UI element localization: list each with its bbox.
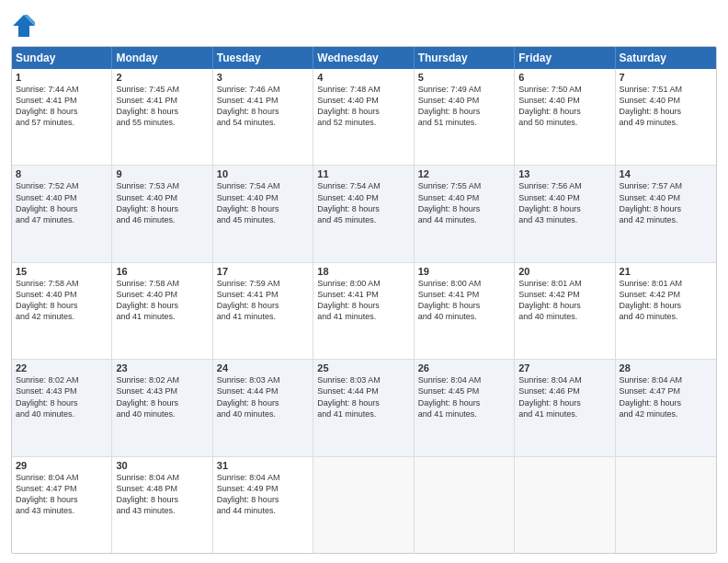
day-number: 7 (620, 72, 712, 83)
cell-line: Sunrise: 7:52 AM (16, 180, 108, 191)
cell-line: Daylight: 8 hours (16, 106, 108, 117)
day-number: 25 (317, 362, 409, 373)
cell-line: and 40 minutes. (418, 311, 510, 322)
day-number: 20 (518, 266, 610, 277)
calendar-cell: 26Sunrise: 8:04 AMSunset: 4:45 PMDayligh… (415, 360, 515, 455)
calendar-cell: 16Sunrise: 7:58 AMSunset: 4:40 PMDayligh… (112, 263, 212, 359)
cell-line: Daylight: 8 hours (116, 203, 208, 214)
cell-line: and 46 minutes. (116, 214, 208, 225)
calendar-cell (515, 457, 615, 553)
cell-line: and 43 minutes. (116, 505, 208, 516)
cell-line: Sunset: 4:43 PM (116, 385, 208, 396)
cell-line: Sunset: 4:45 PM (418, 385, 510, 396)
calendar-cell: 10Sunrise: 7:54 AMSunset: 4:40 PMDayligh… (213, 166, 313, 261)
header (11, 9, 717, 39)
calendar-cell: 30Sunrise: 8:04 AMSunset: 4:48 PMDayligh… (112, 457, 212, 553)
calendar-cell (415, 457, 515, 553)
cell-line: Sunrise: 8:01 AM (620, 278, 712, 289)
cell-line: and 43 minutes. (518, 214, 610, 225)
calendar-cell: 4Sunrise: 7:48 AMSunset: 4:40 PMDaylight… (313, 69, 414, 165)
cell-line: and 55 minutes. (116, 117, 208, 128)
cell-line: Sunset: 4:41 PM (317, 289, 409, 300)
cell-line: Daylight: 8 hours (317, 300, 409, 311)
calendar-cell: 6Sunrise: 7:50 AMSunset: 4:40 PMDaylight… (515, 69, 615, 165)
day-number: 22 (16, 362, 108, 373)
cell-line: Sunrise: 7:45 AM (116, 84, 208, 95)
cell-line: and 47 minutes. (16, 214, 108, 225)
cell-line: Sunset: 4:40 PM (116, 289, 208, 300)
cell-line: Sunrise: 7:54 AM (317, 180, 409, 191)
cell-line: Sunrise: 7:58 AM (16, 278, 108, 289)
cell-line: Daylight: 8 hours (518, 106, 610, 117)
cell-line: Sunrise: 7:56 AM (518, 180, 610, 191)
calendar-cell: 11Sunrise: 7:54 AMSunset: 4:40 PMDayligh… (313, 166, 414, 261)
cell-line: Sunset: 4:40 PM (518, 95, 610, 106)
cell-line: Daylight: 8 hours (620, 397, 712, 408)
day-number: 3 (217, 72, 309, 83)
cell-line: Sunrise: 8:04 AM (16, 472, 108, 483)
cell-line: Daylight: 8 hours (317, 203, 409, 214)
calendar-cell: 2Sunrise: 7:45 AMSunset: 4:41 PMDaylight… (112, 69, 212, 165)
cell-line: and 40 minutes. (620, 311, 712, 322)
cell-line: and 40 minutes. (16, 408, 108, 419)
day-number: 4 (317, 72, 409, 83)
calendar-cell: 25Sunrise: 8:03 AMSunset: 4:44 PMDayligh… (313, 360, 414, 455)
cell-line: Sunrise: 7:54 AM (217, 180, 309, 191)
calendar-cell: 22Sunrise: 8:02 AMSunset: 4:43 PMDayligh… (12, 360, 112, 455)
cell-line: Sunrise: 7:49 AM (418, 84, 510, 95)
cell-line: Sunrise: 8:04 AM (217, 472, 309, 483)
cell-line: and 41 minutes. (518, 408, 610, 419)
header-day: Friday (515, 47, 615, 69)
cell-line: and 42 minutes. (620, 408, 712, 419)
cell-line: and 41 minutes. (418, 408, 510, 419)
cell-line: Sunrise: 8:04 AM (116, 472, 208, 483)
calendar-cell: 24Sunrise: 8:03 AMSunset: 4:44 PMDayligh… (213, 360, 313, 455)
cell-line: Sunset: 4:40 PM (317, 95, 409, 106)
day-number: 13 (518, 168, 610, 179)
cell-line: Sunrise: 7:55 AM (418, 180, 510, 191)
day-number: 29 (16, 460, 108, 471)
calendar-cell: 17Sunrise: 7:59 AMSunset: 4:41 PMDayligh… (213, 263, 313, 359)
day-number: 30 (116, 460, 208, 471)
calendar-cell: 28Sunrise: 8:04 AMSunset: 4:47 PMDayligh… (616, 360, 716, 455)
day-number: 27 (518, 362, 610, 373)
calendar-cell: 13Sunrise: 7:56 AMSunset: 4:40 PMDayligh… (515, 166, 615, 261)
calendar-row: 8Sunrise: 7:52 AMSunset: 4:40 PMDaylight… (12, 166, 716, 262)
cell-line: Sunrise: 7:44 AM (16, 84, 108, 95)
cell-line: Sunrise: 8:02 AM (16, 374, 108, 385)
cell-line: Sunrise: 8:04 AM (518, 374, 610, 385)
cell-line: Sunrise: 7:50 AM (518, 84, 610, 95)
cell-line: Sunrise: 8:04 AM (418, 374, 510, 385)
day-number: 28 (620, 362, 712, 373)
cell-line: Sunset: 4:41 PM (116, 95, 208, 106)
header-day: Wednesday (313, 47, 414, 69)
cell-line: Sunset: 4:40 PM (16, 289, 108, 300)
cell-line: Daylight: 8 hours (620, 203, 712, 214)
header-day: Tuesday (213, 47, 313, 69)
cell-line: Sunset: 4:40 PM (418, 192, 510, 203)
cell-line: Sunset: 4:40 PM (418, 95, 510, 106)
cell-line: and 42 minutes. (620, 214, 712, 225)
cell-line: Sunrise: 8:00 AM (317, 278, 409, 289)
cell-line: Sunset: 4:47 PM (16, 483, 108, 494)
cell-line: Daylight: 8 hours (16, 300, 108, 311)
calendar-cell: 20Sunrise: 8:01 AMSunset: 4:42 PMDayligh… (515, 263, 615, 359)
cell-line: Sunset: 4:44 PM (317, 385, 409, 396)
day-number: 5 (418, 72, 510, 83)
cell-line: Sunrise: 7:53 AM (116, 180, 208, 191)
calendar-cell: 1Sunrise: 7:44 AMSunset: 4:41 PMDaylight… (12, 69, 112, 165)
cell-line: Sunset: 4:40 PM (16, 192, 108, 203)
calendar-cell (616, 457, 716, 553)
cell-line: Sunset: 4:42 PM (620, 289, 712, 300)
header-day: Thursday (415, 47, 515, 69)
cell-line: Daylight: 8 hours (620, 106, 712, 117)
cell-line: Sunset: 4:49 PM (217, 483, 309, 494)
cell-line: Daylight: 8 hours (217, 300, 309, 311)
cell-line: and 40 minutes. (217, 408, 309, 419)
day-number: 9 (116, 168, 208, 179)
cell-line: Daylight: 8 hours (518, 397, 610, 408)
cell-line: Sunrise: 7:48 AM (317, 84, 409, 95)
page: SundayMondayTuesdayWednesdayThursdayFrid… (0, 0, 728, 563)
header-day: Monday (112, 47, 212, 69)
calendar-row: 15Sunrise: 7:58 AMSunset: 4:40 PMDayligh… (12, 263, 716, 360)
